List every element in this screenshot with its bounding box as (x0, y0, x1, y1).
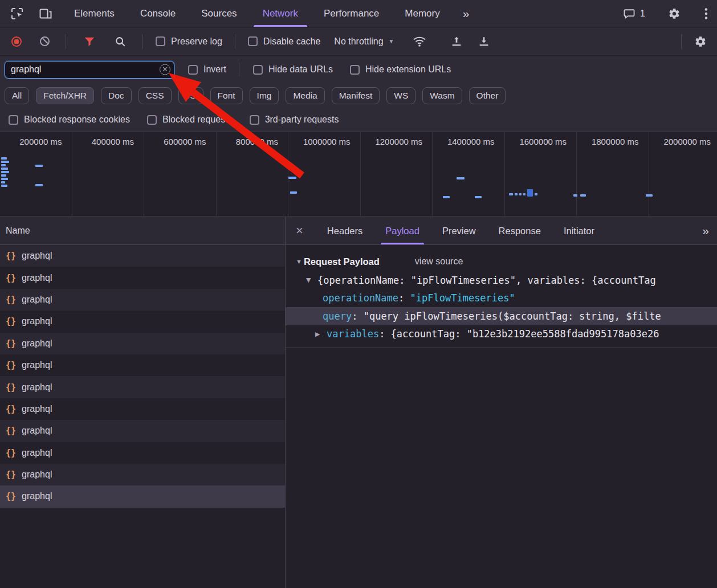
network-filter-input[interactable] (5, 61, 174, 79)
detail-tab-payload[interactable]: Payload (385, 217, 419, 244)
waterfall-bar (535, 193, 537, 195)
request-row[interactable]: {}graphql (0, 376, 285, 398)
tab-memory[interactable]: Memory (405, 0, 439, 27)
waterfall-bar (1, 164, 6, 166)
filter-chip-ws[interactable]: WS (386, 87, 415, 104)
hide-data-urls-checkbox[interactable]: Hide data URLs (253, 64, 333, 75)
request-row[interactable]: {}graphql (0, 267, 285, 288)
filter-chip-media[interactable]: Media (286, 87, 324, 104)
waterfall-bar (1, 168, 8, 170)
network-conditions-icon[interactable] (412, 34, 427, 50)
tab-elements[interactable]: Elements (74, 0, 115, 27)
request-name: graphql (22, 491, 52, 501)
filter-chip-all[interactable]: All (5, 87, 29, 104)
disable-cache-checkbox[interactable]: Disable cache (248, 36, 321, 47)
clear-filter-icon[interactable]: ✕ (160, 64, 170, 75)
checkbox-blocked-requests[interactable]: Blocked requests (147, 115, 233, 125)
inspect-element-icon[interactable] (9, 6, 25, 22)
checkbox-icon (250, 115, 259, 125)
filter-chip-other[interactable]: Other (469, 87, 506, 104)
filter-funnel-icon[interactable] (82, 34, 97, 49)
request-name: graphql (22, 273, 52, 283)
expanded-arrow-icon[interactable]: ▼ (296, 258, 302, 265)
expanded-arrow-icon[interactable]: ▼ (306, 276, 317, 284)
tab-performance[interactable]: Performance (324, 0, 379, 27)
more-detail-tabs-icon[interactable]: » (702, 224, 709, 238)
more-panels-icon[interactable]: » (463, 7, 470, 21)
request-row[interactable]: {}graphql (0, 398, 285, 420)
waterfall-bar (509, 193, 513, 195)
filter-chip-manifest[interactable]: Manifest (332, 87, 380, 104)
request-list: {}graphql{}graphql{}graphql{}graphql{}gr… (0, 245, 285, 588)
console-messages-button[interactable]: 1 (622, 7, 645, 20)
import-har-icon[interactable] (449, 34, 464, 49)
request-row[interactable]: {}graphql (0, 442, 285, 464)
payload-value: {accountTag: "b12e3b2192ee5588fdad995178… (391, 328, 659, 340)
tab-network[interactable]: Network (263, 0, 298, 27)
export-har-icon[interactable] (476, 34, 491, 49)
detail-tab-headers[interactable]: Headers (327, 217, 362, 244)
checkbox-blocked-response-cookies[interactable]: Blocked response cookies (9, 115, 130, 125)
timeline-tick: 1400000 ms (433, 132, 505, 216)
throttling-select[interactable]: No throttling ▼ (334, 36, 394, 47)
timeline-tick: 1000000 ms (288, 132, 361, 216)
filter-chip-doc[interactable]: Doc (101, 87, 132, 104)
detail-tab-response[interactable]: Response (499, 217, 541, 244)
request-row[interactable]: {}graphql (0, 289, 285, 311)
filter-chip-fetch-xhr[interactable]: Fetch/XHR (36, 87, 94, 104)
payload-summary-row[interactable]: ▼ {operationName: "ipFlowTimeseries", va… (286, 271, 717, 289)
preserve-log-checkbox[interactable]: Preserve log (156, 36, 222, 47)
waterfall-bar (1, 161, 9, 163)
timeline-tick: 600000 ms (144, 132, 217, 216)
waterfall-bar (515, 193, 518, 195)
json-braces-icon: {} (6, 469, 16, 480)
request-row[interactable]: {}graphql (0, 245, 285, 267)
request-row[interactable]: {}graphql (0, 420, 285, 442)
filter-chip-wasm[interactable]: Wasm (422, 87, 462, 104)
request-name: graphql (22, 295, 52, 305)
payload-colon: : (398, 292, 410, 304)
checkbox-3rd-party-requests[interactable]: 3rd-party requests (250, 115, 339, 125)
json-braces-icon: {} (6, 360, 16, 370)
network-filter-bar: ✕ Invert Hide data URLs Hide extension U… (0, 56, 717, 83)
close-details-icon[interactable]: × (296, 223, 303, 238)
filter-chip-font[interactable]: Font (210, 87, 243, 104)
detail-tab-initiator[interactable]: Initiator (564, 217, 594, 244)
filter-chip-img[interactable]: Img (250, 87, 279, 104)
filter-chip-css[interactable]: CSS (138, 87, 172, 104)
invert-checkbox[interactable]: Invert (188, 64, 226, 75)
timeline-tick: 1200000 ms (361, 132, 433, 216)
json-braces-icon: {} (6, 251, 16, 261)
checkbox-label: Invert (203, 64, 226, 75)
request-payload-section[interactable]: ▼ Request Payload view source (286, 252, 717, 271)
request-name: graphql (22, 251, 52, 261)
view-source-link[interactable]: view source (415, 256, 463, 267)
devtools-window: ElementsConsoleSourcesNetworkPerformance… (0, 0, 717, 588)
payload-row[interactable]: query: "query ipFlowTimeseries($accountT… (286, 307, 717, 325)
request-row[interactable]: {}graphql (0, 485, 285, 507)
payload-colon: : (379, 328, 390, 340)
request-row[interactable]: {}graphql (0, 333, 285, 354)
collapsed-arrow-icon[interactable]: ▶ (315, 330, 327, 338)
search-icon[interactable] (113, 34, 128, 49)
network-settings-gear-icon[interactable] (693, 34, 708, 49)
tab-console[interactable]: Console (140, 0, 176, 27)
request-row[interactable]: {}graphql (0, 311, 285, 332)
waterfall-bar (527, 189, 533, 197)
network-overview-timeline[interactable]: 200000 ms400000 ms600000 ms800000 ms1000… (0, 132, 717, 217)
clear-network-log-icon[interactable] (40, 36, 50, 46)
payload-row[interactable]: ▶variables: {accountTag: "b12e3b2192ee55… (286, 325, 717, 344)
tab-sources[interactable]: Sources (201, 0, 237, 27)
payload-row[interactable]: operationName: "ipFlowTimeseries" (286, 289, 717, 308)
detail-tab-preview[interactable]: Preview (442, 217, 476, 244)
kebab-menu-icon[interactable] (703, 6, 709, 21)
device-toolbar-icon[interactable] (38, 6, 54, 22)
settings-gear-icon[interactable] (667, 6, 682, 21)
record-network-log-icon[interactable] (11, 36, 22, 47)
request-row[interactable]: {}graphql (0, 354, 285, 376)
request-row[interactable]: {}graphql (0, 464, 285, 485)
hide-extension-urls-checkbox[interactable]: Hide extension URLs (350, 64, 451, 75)
checkbox-icon (350, 65, 360, 75)
name-column-header[interactable]: Name (0, 217, 285, 245)
filter-chip-js[interactable]: JS (178, 87, 203, 104)
